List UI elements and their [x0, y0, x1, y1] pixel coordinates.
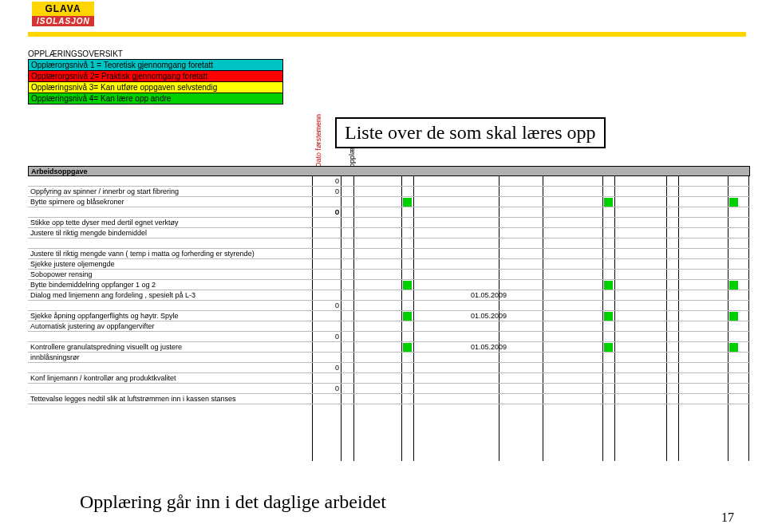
task-row: Dialog med linjemenn ang fordeling , spe… [28, 290, 750, 301]
grid-header: Arbeidsoppgave [28, 166, 750, 176]
task-row: Tettevalse legges nedtil slik at luftstr… [28, 394, 750, 404]
task-label: Oppfyring av spinner / innerbr og start … [28, 187, 311, 195]
task-row: Sobopower rensing [28, 270, 750, 280]
task-row: Bytte bindemiddelring oppfanger 1 og 2 [28, 280, 750, 290]
green-marker [403, 198, 412, 207]
legend-title: OPPLÆRINGSOVERSIKT [28, 49, 283, 60]
logo-top: GLAVA [32, 2, 94, 16]
legend-level-2: Opplærorgsnivå 2= Praktisk gjennomgang f… [28, 71, 283, 82]
blank-row [28, 238, 750, 249]
date: 01.05.2009 [471, 343, 519, 351]
green-marker [604, 343, 613, 352]
task-label: Kontrollere granulatspredning visuellt o… [28, 343, 311, 351]
logo: GLAVA ISOLASJON [32, 2, 94, 29]
zero: 0 [327, 333, 339, 341]
green-marker [403, 312, 412, 321]
task-row: Konf linjemann / kontrollør ang produktk… [28, 373, 750, 384]
blank-row: 0 [28, 384, 750, 394]
zero: 0 [327, 177, 339, 185]
task-row: innblåsningsrør [28, 353, 750, 363]
task-row: Justere til riktig mengde bindemiddel [28, 228, 750, 238]
blank-row: 0 [28, 332, 750, 342]
col-dato-forstemenn: Dato førstemenn [314, 112, 323, 169]
green-marker [729, 312, 738, 321]
task-label: innblåsningsrør [28, 353, 311, 361]
logo-bot: ISOLASJON [32, 16, 94, 26]
task-label: Dialog med linjemenn ang fordeling , spe… [28, 291, 311, 299]
task-row: Sjekke åpning oppfangerflights og høytr.… [28, 311, 750, 321]
bottom-caption: Opplæring går inn i det daglige arbeidet [80, 491, 386, 513]
green-marker [403, 281, 412, 290]
task-label: Stikke opp tette dyser med dertil egnet … [28, 219, 311, 227]
green-marker [403, 343, 412, 352]
task-label: Automatisk justering av oppfangervifter [28, 322, 311, 330]
date: 01.05.2009 [471, 291, 519, 299]
zero: 0 [327, 208, 339, 216]
zero: 0 [327, 364, 339, 372]
legend-level-3: Opplæringsnivå 3= Kan utføre oppgaven se… [28, 82, 283, 93]
zero: 0 [327, 301, 339, 309]
task-row: Automatisk justering av oppfangervifter [28, 321, 750, 332]
zero: 0 [327, 384, 339, 392]
green-marker [604, 312, 613, 321]
task-label: Sjekke justere oljemengde [28, 260, 311, 268]
green-marker [729, 281, 738, 290]
task-row: 0 Bytte spirnere og blåsekroner [28, 197, 750, 207]
legend-level-1: Opplærorgsnivå 1 = Teoretisk gjennomgang… [28, 60, 283, 71]
task-row: Justere til riktig mengde vann ( temp i … [28, 249, 750, 259]
task-row: 0 Stikke opp tette dyser med dertil egne… [28, 218, 750, 228]
task-label: Justere til riktig mengde bindemiddel [28, 229, 311, 237]
header-arbeidsoppgave: Arbeidsoppgave [31, 167, 88, 175]
green-marker [604, 198, 613, 207]
task-row: Kontrollere granulatspredning visuellt o… [28, 342, 750, 353]
blank-row [28, 176, 750, 187]
task-label: Bytte bindemiddelring oppfanger 1 og 2 [28, 281, 311, 289]
callout-box: Liste over de som skal læres opp [335, 117, 606, 148]
blank-row: 0 [28, 301, 750, 311]
green-marker [604, 281, 613, 290]
task-label: Sjekke åpning oppfangerflights og høytr.… [28, 312, 311, 320]
task-label: Bytte spirnere og blåsekroner [28, 198, 311, 206]
blank-row: 0 [28, 363, 750, 373]
task-label: Konf linjemann / kontrollør ang produktk… [28, 374, 311, 382]
task-label: Tettevalse legges nedtil slik at luftstr… [28, 395, 311, 403]
green-marker [729, 198, 738, 207]
green-marker [729, 343, 738, 352]
divider-yellow [28, 32, 746, 37]
task-label: Sobopower rensing [28, 270, 311, 278]
zero: 0 [327, 187, 339, 195]
page-number: 17 [721, 510, 734, 525]
task-grid: Arbeidsoppgave Oppfyring av spinner / in… [28, 166, 750, 404]
task-label: Justere til riktig mengde vann ( temp i … [28, 250, 311, 258]
date: 01.05.2009 [471, 312, 519, 320]
task-row: Sjekke justere oljemengde [28, 259, 750, 270]
task-row: Oppfyring av spinner / innerbr og start … [28, 187, 750, 197]
legend-level-4: Opplæringsnivå 4= Kan lære opp andre [28, 93, 283, 104]
blank-row: 0 [28, 207, 750, 218]
training-legend: OPPLÆRINGSOVERSIKT Opplærorgsnivå 1 = Te… [28, 49, 283, 104]
